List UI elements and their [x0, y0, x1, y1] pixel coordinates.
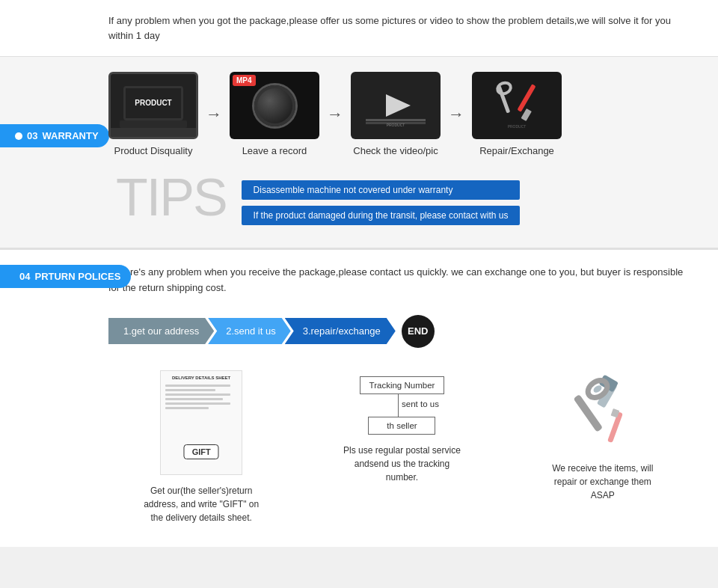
tracking-number-box: Tracking Number [360, 376, 445, 394]
sheet-line-1 [165, 385, 230, 387]
warranty-section: 03 WARRANTY PRODUCT Product Disquality → [0, 57, 718, 250]
tools-icon: PRODUCT [483, 79, 550, 132]
svg-rect-6 [366, 119, 426, 121]
svg-text:PRODUCT: PRODUCT [508, 124, 527, 129]
sheet-line-4 [165, 398, 223, 400]
warranty-badge: 03 WARRANTY [0, 124, 109, 147]
product-disquality-caption: Product Disquality [114, 145, 193, 156]
top-note-text: If any problem when you got the package,… [108, 15, 671, 41]
step-end: END [402, 315, 435, 348]
svg-text:PRODUCT: PRODUCT [387, 123, 405, 127]
badge-dot [15, 132, 22, 140]
step-1-label: 1.get our address [123, 325, 199, 337]
arrow-3: → [448, 105, 464, 124]
tip-item-1: Disassemble machine not covered under wa… [242, 180, 521, 200]
return-flow: 1.get our address 2.send it us 3.repair/… [108, 315, 696, 348]
sheet-line-2 [165, 389, 215, 391]
check-video-box: PRODUCT [351, 72, 441, 139]
check-video-caption: Check the video/pic [353, 145, 438, 156]
sheet-title: DELIVERY DETAILS SHEET [165, 376, 237, 380]
delivery-card: DELIVERY DETAILS SHEET GIFT Get our(the … [108, 370, 294, 524]
gift-label: GIFT [184, 444, 219, 459]
leave-record-box: MP4 [230, 72, 319, 139]
seller-box: th seller [368, 417, 435, 435]
return-badge-number: 04 [19, 271, 30, 282]
sheet-line-5 [165, 402, 230, 405]
top-note: If any problem when you got the package,… [0, 0, 718, 57]
delivery-sheet: DELIVERY DETAILS SHEET GIFT [160, 370, 242, 475]
sent-to-us-text: sent to us [402, 397, 439, 408]
return-badge-label: PRTURN POLICES [34, 271, 120, 282]
tools-card: We receive the items, will repair or exc… [510, 370, 696, 502]
warranty-badge-label: WARRANTY [42, 130, 98, 141]
video-icon: PRODUCT [362, 83, 429, 128]
flow-item-video: PRODUCT Check the video/pic [351, 72, 441, 156]
return-cards: DELIVERY DETAILS SHEET GIFT Get our(the … [108, 370, 696, 524]
step-2-button: 2.send it us [208, 318, 291, 344]
step-1-button: 1.get our address [108, 318, 214, 344]
tracking-number-text: Tracking Number [369, 381, 435, 390]
end-label: END [408, 325, 428, 337]
warranty-badge-number: 03 [27, 130, 37, 141]
svg-rect-3 [120, 120, 187, 128]
svg-text:PRODUCT: PRODUCT [135, 99, 171, 107]
product-disquality-box: PRODUCT [108, 72, 198, 139]
sheet-line-6 [165, 407, 209, 409]
warranty-flow: PRODUCT Product Disquality → MP4 Leave a… [108, 72, 696, 156]
tracking-diagram: Tracking Number sent to us th seller [360, 376, 445, 435]
tips-section: TIPS Disassemble machine not covered und… [108, 171, 696, 225]
delivery-caption: Get our(the seller's)return address, and… [141, 484, 261, 524]
tracking-caption: Pls use regular postal service andsend u… [342, 444, 461, 484]
svg-rect-17 [573, 394, 603, 432]
product-screen-icon: PRODUCT [120, 83, 187, 128]
flow-item-camera: MP4 Leave a record [230, 72, 319, 156]
step-3-label: 3.repair/exchange [303, 325, 381, 337]
tip-item-2: If the product damaged during the transi… [242, 206, 521, 225]
arrow-1: → [206, 105, 222, 124]
seller-text: th seller [387, 421, 417, 430]
leave-record-caption: Leave a record [242, 145, 307, 156]
repair-box: PRODUCT [472, 72, 562, 139]
tools-caption: We receive the items, will repair or exc… [543, 462, 663, 502]
tips-word: TIPS [116, 171, 227, 224]
return-note: If there's any problem when you receive … [108, 265, 696, 296]
tips-list: Disassemble machine not covered under wa… [242, 180, 521, 225]
arrow-2: → [327, 105, 343, 124]
flow-item-repair: PRODUCT Repair/Exchange [472, 72, 562, 156]
sheet-line-3 [165, 393, 230, 396]
return-badge: 04 PRTURN POLICES [0, 265, 131, 288]
mp4-badge: MP4 [233, 75, 256, 86]
repair-caption: Repair/Exchange [479, 145, 554, 156]
tools-svg [562, 370, 644, 453]
flow-item-product: PRODUCT Product Disquality [108, 72, 198, 156]
camera-lens [254, 85, 295, 126]
step-3-button: 3.repair/exchange [285, 318, 396, 344]
page-wrapper: If any problem when you got the package,… [0, 0, 718, 547]
step-2-label: 2.send it us [226, 325, 276, 337]
return-section: 04 PRTURN POLICES If there's any problem… [0, 250, 718, 547]
tools-container [562, 370, 644, 453]
tracking-card: Tracking Number sent to us th seller Pls… [309, 370, 494, 484]
